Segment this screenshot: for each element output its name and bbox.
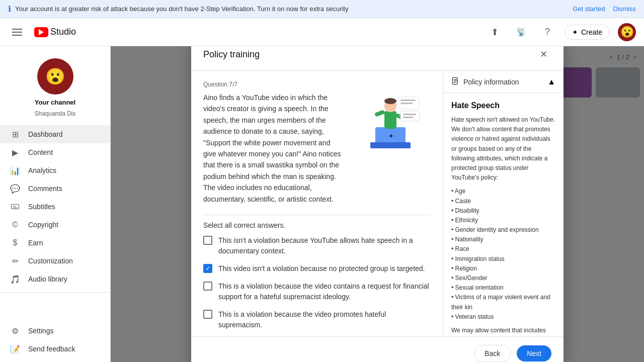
checkbox-4[interactable] xyxy=(203,310,212,319)
notif-left: ℹ Your account is at greater risk of att… xyxy=(8,4,348,14)
svg-rect-0 xyxy=(12,205,19,209)
create-label: Create xyxy=(581,28,602,36)
sidebar-item-label: Content xyxy=(28,148,53,156)
policy-content: Hate Speech Hate speech isn't allowed on… xyxy=(443,93,564,336)
question-number: Question 7/7 xyxy=(203,81,431,88)
dialog-header: Policy training ✕ xyxy=(191,46,564,71)
analytics-icon: 📊 xyxy=(10,165,20,175)
answer-text-2: This video isn't a violation because no … xyxy=(218,263,425,274)
right-panel: Policy information ▲ Hate Speech Hate sp… xyxy=(443,71,564,336)
sidebar-item-dashboard[interactable]: ⊞ Dashboard xyxy=(0,125,110,143)
sidebar-item-label: Settings xyxy=(28,327,54,335)
sidebar-item-settings[interactable]: ⚙ Settings xyxy=(0,322,110,340)
sidebar-item-comments[interactable]: 💬 Comments xyxy=(0,179,110,198)
sidebar-item-label: Dashboard xyxy=(28,130,63,138)
sidebar-item-subtitles[interactable]: Subtitles xyxy=(0,198,110,216)
sidebar-item-label: Comments xyxy=(28,185,62,193)
sidebar-item-label: Earn xyxy=(28,239,43,247)
sidebar-channel-name: Your channel xyxy=(35,99,75,106)
policy-section-label: Policy information xyxy=(463,78,519,86)
sidebar-item-label: Subtitles xyxy=(28,203,55,211)
sidebar-item-earn[interactable]: $ Earn xyxy=(0,234,110,252)
sidebar-avatar[interactable]: 😮 xyxy=(37,58,73,95)
youtube-icon xyxy=(34,27,48,37)
policy-body: Hate speech isn't allowed on YouTube. We… xyxy=(451,115,555,336)
answer-text-4: This is a violation because the video pr… xyxy=(218,309,431,330)
dashboard-icon: ⊞ xyxy=(10,129,20,139)
answer-option-3: This is a violation because the video co… xyxy=(203,281,431,302)
user-avatar[interactable]: 😮 xyxy=(618,23,636,41)
checkbox-3[interactable] xyxy=(203,282,212,291)
hamburger-menu[interactable] xyxy=(8,25,26,40)
back-button[interactable]: Back xyxy=(474,345,511,362)
svg-rect-6 xyxy=(384,111,396,129)
question-top: Aino finds a YouTube video in which the … xyxy=(203,92,431,205)
logo: Studio xyxy=(34,27,76,37)
dialog-body: Question 7/7 Aino finds a YouTube video … xyxy=(191,71,564,336)
answer-text-1: This isn't a violation because YouTube a… xyxy=(218,235,431,256)
notification-bar: ℹ Your account is at greater risk of att… xyxy=(0,0,644,18)
create-icon: ✦ xyxy=(572,28,578,36)
dismiss-link[interactable]: Dismiss xyxy=(613,5,636,13)
main-container: 😮 Your channel Shaquanda Dix ⊞ Dashboard… xyxy=(0,46,644,362)
sidebar-item-label: Send feedback xyxy=(28,345,75,353)
policy-training-dialog: Policy training ✕ Question 7/7 Aino find… xyxy=(191,46,564,362)
sidebar-avatar-section: 😮 Your channel Shaquanda Dix xyxy=(0,50,110,125)
svg-rect-17 xyxy=(403,114,416,115)
question-illustration: ✦ xyxy=(350,92,431,205)
sidebar-item-label: Audio library xyxy=(28,275,67,283)
customization-icon: ✏ xyxy=(10,256,20,266)
create-button[interactable]: ✦ Create xyxy=(565,25,610,40)
policy-header-left: Policy information xyxy=(451,77,519,86)
svg-rect-15 xyxy=(400,111,420,121)
dialog-footer: Back Next xyxy=(191,336,564,362)
svg-rect-13 xyxy=(400,100,416,101)
svg-text:✦: ✦ xyxy=(388,133,393,140)
help-icon[interactable]: ? xyxy=(538,23,556,41)
question-divider xyxy=(203,215,431,215)
svg-point-8 xyxy=(384,98,396,104)
svg-rect-9 xyxy=(374,110,385,117)
audio-icon: 🎵 xyxy=(10,274,20,284)
sidebar-item-customization[interactable]: ✏ Customization xyxy=(0,252,110,270)
question-text: Aino finds a YouTube video in which the … xyxy=(203,92,342,205)
get-started-link[interactable]: Get started xyxy=(573,5,605,13)
comments-icon: 💬 xyxy=(10,184,20,194)
copyright-icon: © xyxy=(10,220,20,230)
svg-rect-18 xyxy=(403,117,413,118)
header: Studio ⬆ 📡 ? ✦ Create 😮 xyxy=(0,18,644,46)
notif-right: Get started Dismiss xyxy=(573,5,636,13)
sidebar-item-analytics[interactable]: 📊 Analytics xyxy=(0,161,110,179)
checkbox-2[interactable] xyxy=(203,264,212,273)
collapse-icon: ▲ xyxy=(547,77,555,86)
next-button[interactable]: Next xyxy=(517,345,551,361)
dialog-close-button[interactable]: ✕ xyxy=(535,46,551,62)
policy-header[interactable]: Policy information ▲ xyxy=(443,71,564,93)
feedback-icon: 📝 xyxy=(10,344,20,354)
notif-message: Your account is at greater risk of attac… xyxy=(15,5,348,13)
studio-label: Studio xyxy=(50,27,76,37)
sidebar-item-feedback[interactable]: 📝 Send feedback xyxy=(0,340,110,358)
content-area: Policy training ✕ Question 7/7 Aino find… xyxy=(111,46,644,362)
sidebar-item-copyright[interactable]: © Copyright xyxy=(0,216,110,234)
left-panel: Question 7/7 Aino finds a YouTube video … xyxy=(191,71,443,336)
checkbox-1[interactable] xyxy=(203,236,212,245)
sidebar-item-content[interactable]: ▶ Content xyxy=(0,143,110,161)
content-icon: ▶ xyxy=(10,147,20,157)
select-label: Select all correct answers. xyxy=(203,221,431,229)
answer-option-4: This is a violation because the video pr… xyxy=(203,309,431,330)
sidebar: 😮 Your channel Shaquanda Dix ⊞ Dashboard… xyxy=(0,46,111,362)
policy-doc-icon xyxy=(451,77,459,86)
policy-title: Hate Speech xyxy=(451,101,555,110)
svg-rect-4 xyxy=(370,142,411,148)
answer-option-2: This video isn't a violation because no … xyxy=(203,263,431,274)
settings-icon: ⚙ xyxy=(10,326,20,336)
sidebar-item-audio[interactable]: 🎵 Audio library xyxy=(0,270,110,288)
cast-icon[interactable]: 📡 xyxy=(512,23,530,41)
sidebar-item-label: Customization xyxy=(28,257,73,265)
sidebar-bottom: ⚙ Settings 📝 Send feedback xyxy=(0,322,110,358)
sidebar-channel-handle: Shaquanda Dix xyxy=(34,110,75,117)
sidebar-item-label: Copyright xyxy=(28,221,58,229)
subtitles-icon xyxy=(10,202,20,212)
upload-icon[interactable]: ⬆ xyxy=(486,23,504,41)
